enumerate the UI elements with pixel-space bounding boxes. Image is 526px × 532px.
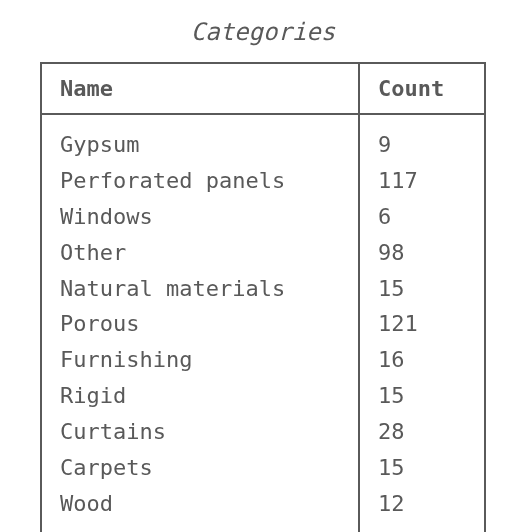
cell-name: Perforated panels <box>41 163 359 199</box>
table-title: Categories <box>40 18 486 46</box>
table-row: Carpets 15 <box>41 450 485 486</box>
cell-name: Wood <box>41 486 359 532</box>
table-row: Porous 121 <box>41 306 485 342</box>
cell-count: 15 <box>359 378 485 414</box>
categories-table: Name Count Gypsum 9 Perforated panels 11… <box>40 62 486 532</box>
cell-name: Furnishing <box>41 342 359 378</box>
cell-name: Other <box>41 235 359 271</box>
cell-count: 12 <box>359 486 485 532</box>
cell-count: 9 <box>359 114 485 163</box>
table-row: Natural materials 15 <box>41 271 485 307</box>
cell-name: Carpets <box>41 450 359 486</box>
table-row: Gypsum 9 <box>41 114 485 163</box>
cell-name: Porous <box>41 306 359 342</box>
cell-count: 117 <box>359 163 485 199</box>
cell-count: 16 <box>359 342 485 378</box>
table-row: Windows 6 <box>41 199 485 235</box>
cell-count: 6 <box>359 199 485 235</box>
col-header-name: Name <box>41 63 359 114</box>
table-row: Rigid 15 <box>41 378 485 414</box>
cell-name: Windows <box>41 199 359 235</box>
table-row: Perforated panels 117 <box>41 163 485 199</box>
cell-name: Natural materials <box>41 271 359 307</box>
cell-name: Rigid <box>41 378 359 414</box>
cell-count: 15 <box>359 271 485 307</box>
cell-name: Gypsum <box>41 114 359 163</box>
cell-name: Curtains <box>41 414 359 450</box>
table-row: Curtains 28 <box>41 414 485 450</box>
cell-count: 98 <box>359 235 485 271</box>
col-header-count: Count <box>359 63 485 114</box>
cell-count: 15 <box>359 450 485 486</box>
table-header-row: Name Count <box>41 63 485 114</box>
table-row: Wood 12 <box>41 486 485 532</box>
table-row: Furnishing 16 <box>41 342 485 378</box>
cell-count: 121 <box>359 306 485 342</box>
table-row: Other 98 <box>41 235 485 271</box>
cell-count: 28 <box>359 414 485 450</box>
